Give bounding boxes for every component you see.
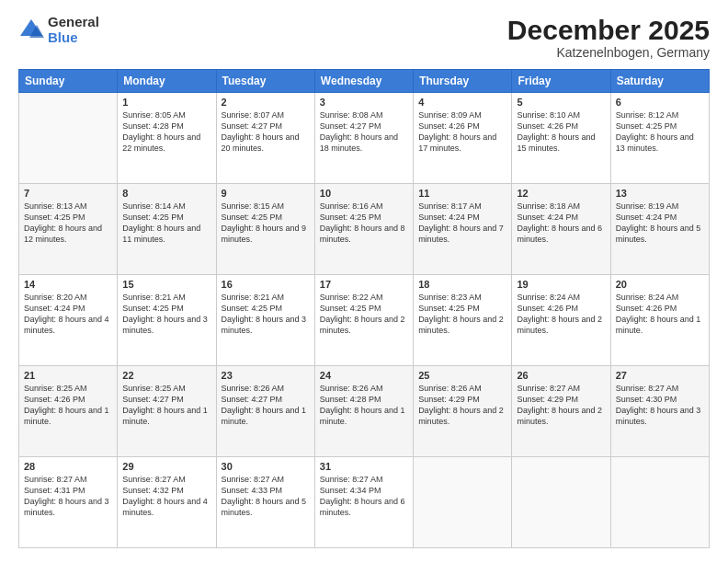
calendar-cell: 22Sunrise: 8:25 AMSunset: 4:27 PMDayligh… bbox=[118, 366, 216, 457]
day-number: 15 bbox=[122, 279, 210, 290]
calendar-cell: 16Sunrise: 8:21 AMSunset: 4:25 PMDayligh… bbox=[216, 275, 314, 366]
calendar-cell: 21Sunrise: 8:25 AMSunset: 4:26 PMDayligh… bbox=[19, 366, 118, 457]
day-info: Sunrise: 8:27 AMSunset: 4:29 PMDaylight:… bbox=[517, 383, 605, 428]
day-info: Sunrise: 8:15 AMSunset: 4:25 PMDaylight:… bbox=[222, 201, 310, 246]
day-number: 24 bbox=[320, 370, 408, 381]
logo-blue: Blue bbox=[48, 30, 99, 46]
day-number: 23 bbox=[222, 370, 310, 381]
day-number: 21 bbox=[24, 370, 112, 381]
calendar-cell: 23Sunrise: 8:26 AMSunset: 4:27 PMDayligh… bbox=[216, 366, 314, 457]
calendar-cell: 25Sunrise: 8:26 AMSunset: 4:29 PMDayligh… bbox=[414, 366, 512, 457]
calendar-cell: 30Sunrise: 8:27 AMSunset: 4:33 PMDayligh… bbox=[216, 457, 314, 548]
calendar-cell: 15Sunrise: 8:21 AMSunset: 4:25 PMDayligh… bbox=[118, 275, 216, 366]
day-info: Sunrise: 8:26 AMSunset: 4:28 PMDaylight:… bbox=[320, 383, 408, 428]
calendar-week-5: 28Sunrise: 8:27 AMSunset: 4:31 PMDayligh… bbox=[19, 457, 710, 548]
day-info: Sunrise: 8:27 AMSunset: 4:31 PMDaylight:… bbox=[24, 474, 112, 519]
day-number: 6 bbox=[616, 97, 704, 108]
day-number: 14 bbox=[24, 279, 112, 290]
calendar-cell: 14Sunrise: 8:20 AMSunset: 4:24 PMDayligh… bbox=[19, 275, 118, 366]
month-title: December 2025 bbox=[507, 15, 710, 45]
logo-icon bbox=[18, 17, 44, 43]
day-info: Sunrise: 8:26 AMSunset: 4:27 PMDaylight:… bbox=[222, 383, 310, 428]
title-section: December 2025 Katzenelnbogen, Germany bbox=[507, 15, 710, 60]
calendar-cell: 9Sunrise: 8:15 AMSunset: 4:25 PMDaylight… bbox=[216, 184, 314, 275]
calendar-cell: 3Sunrise: 8:08 AMSunset: 4:27 PMDaylight… bbox=[314, 93, 413, 184]
day-number: 10 bbox=[320, 188, 408, 199]
day-info: Sunrise: 8:10 AMSunset: 4:26 PMDaylight:… bbox=[517, 109, 605, 155]
day-number: 25 bbox=[418, 370, 506, 381]
day-number: 22 bbox=[122, 370, 210, 381]
day-info: Sunrise: 8:24 AMSunset: 4:26 PMDaylight:… bbox=[616, 292, 704, 337]
calendar-cell: 18Sunrise: 8:23 AMSunset: 4:25 PMDayligh… bbox=[414, 275, 512, 366]
calendar-cell: 4Sunrise: 8:09 AMSunset: 4:26 PMDaylight… bbox=[414, 93, 512, 184]
weekday-header-wednesday: Wednesday bbox=[314, 70, 413, 93]
calendar-cell bbox=[19, 93, 118, 184]
day-number: 30 bbox=[222, 461, 310, 472]
day-number: 4 bbox=[418, 97, 506, 108]
day-number: 17 bbox=[320, 279, 408, 290]
day-info: Sunrise: 8:19 AMSunset: 4:24 PMDaylight:… bbox=[616, 201, 704, 246]
logo-general: General bbox=[48, 15, 99, 30]
day-number: 20 bbox=[616, 279, 704, 290]
day-number: 29 bbox=[122, 461, 210, 472]
logo-text: General Blue bbox=[48, 15, 99, 45]
weekday-header-friday: Friday bbox=[512, 70, 610, 93]
header: General Blue December 2025 Katzenelnboge… bbox=[18, 15, 710, 60]
calendar-week-4: 21Sunrise: 8:25 AMSunset: 4:26 PMDayligh… bbox=[19, 366, 710, 457]
calendar-body: 1Sunrise: 8:05 AMSunset: 4:28 PMDaylight… bbox=[19, 93, 710, 548]
day-number: 31 bbox=[320, 461, 408, 472]
weekday-header-sunday: Sunday bbox=[19, 70, 118, 93]
calendar-cell: 19Sunrise: 8:24 AMSunset: 4:26 PMDayligh… bbox=[512, 275, 610, 366]
calendar-cell: 8Sunrise: 8:14 AMSunset: 4:25 PMDaylight… bbox=[118, 184, 216, 275]
day-info: Sunrise: 8:09 AMSunset: 4:26 PMDaylight:… bbox=[418, 109, 506, 155]
calendar-cell: 10Sunrise: 8:16 AMSunset: 4:25 PMDayligh… bbox=[314, 184, 413, 275]
calendar-week-2: 7Sunrise: 8:13 AMSunset: 4:25 PMDaylight… bbox=[19, 184, 710, 275]
calendar-cell: 17Sunrise: 8:22 AMSunset: 4:25 PMDayligh… bbox=[314, 275, 413, 366]
calendar-cell: 20Sunrise: 8:24 AMSunset: 4:26 PMDayligh… bbox=[610, 275, 709, 366]
day-info: Sunrise: 8:24 AMSunset: 4:26 PMDaylight:… bbox=[517, 292, 605, 337]
day-number: 3 bbox=[320, 97, 408, 108]
day-number: 11 bbox=[418, 188, 506, 199]
day-info: Sunrise: 8:26 AMSunset: 4:29 PMDaylight:… bbox=[418, 383, 506, 428]
calendar-cell: 31Sunrise: 8:27 AMSunset: 4:34 PMDayligh… bbox=[314, 457, 413, 548]
day-info: Sunrise: 8:08 AMSunset: 4:27 PMDaylight:… bbox=[320, 109, 408, 155]
day-info: Sunrise: 8:12 AMSunset: 4:25 PMDaylight:… bbox=[616, 109, 704, 155]
day-number: 8 bbox=[122, 188, 210, 199]
calendar-cell: 24Sunrise: 8:26 AMSunset: 4:28 PMDayligh… bbox=[314, 366, 413, 457]
day-info: Sunrise: 8:13 AMSunset: 4:25 PMDaylight:… bbox=[24, 201, 112, 246]
day-number: 2 bbox=[222, 97, 310, 108]
day-info: Sunrise: 8:25 AMSunset: 4:26 PMDaylight:… bbox=[24, 383, 112, 428]
weekday-header-tuesday: Tuesday bbox=[216, 70, 314, 93]
day-number: 1 bbox=[122, 97, 210, 108]
day-info: Sunrise: 8:05 AMSunset: 4:28 PMDaylight:… bbox=[122, 109, 210, 155]
day-info: Sunrise: 8:14 AMSunset: 4:25 PMDaylight:… bbox=[122, 201, 210, 246]
day-info: Sunrise: 8:20 AMSunset: 4:24 PMDaylight:… bbox=[24, 292, 112, 337]
weekday-header-saturday: Saturday bbox=[610, 70, 709, 93]
calendar-cell bbox=[414, 457, 512, 548]
day-number: 28 bbox=[24, 461, 112, 472]
weekday-header-thursday: Thursday bbox=[414, 70, 512, 93]
day-number: 9 bbox=[222, 188, 310, 199]
day-info: Sunrise: 8:21 AMSunset: 4:25 PMDaylight:… bbox=[122, 292, 210, 337]
day-number: 18 bbox=[418, 279, 506, 290]
day-info: Sunrise: 8:16 AMSunset: 4:25 PMDaylight:… bbox=[320, 201, 408, 246]
day-info: Sunrise: 8:17 AMSunset: 4:24 PMDaylight:… bbox=[418, 201, 506, 246]
location-title: Katzenelnbogen, Germany bbox=[507, 45, 710, 60]
calendar-cell: 13Sunrise: 8:19 AMSunset: 4:24 PMDayligh… bbox=[610, 184, 709, 275]
day-info: Sunrise: 8:07 AMSunset: 4:27 PMDaylight:… bbox=[222, 109, 310, 155]
calendar-cell: 2Sunrise: 8:07 AMSunset: 4:27 PMDaylight… bbox=[216, 93, 314, 184]
day-number: 7 bbox=[24, 188, 112, 199]
day-number: 5 bbox=[517, 97, 605, 108]
calendar-cell: 26Sunrise: 8:27 AMSunset: 4:29 PMDayligh… bbox=[512, 366, 610, 457]
day-info: Sunrise: 8:27 AMSunset: 4:34 PMDaylight:… bbox=[320, 474, 408, 519]
calendar-week-3: 14Sunrise: 8:20 AMSunset: 4:24 PMDayligh… bbox=[19, 275, 710, 366]
day-number: 19 bbox=[517, 279, 605, 290]
day-number: 12 bbox=[517, 188, 605, 199]
calendar-table: SundayMondayTuesdayWednesdayThursdayFrid… bbox=[18, 69, 710, 548]
calendar-cell: 12Sunrise: 8:18 AMSunset: 4:24 PMDayligh… bbox=[512, 184, 610, 275]
calendar-cell: 6Sunrise: 8:12 AMSunset: 4:25 PMDaylight… bbox=[610, 93, 709, 184]
calendar-cell: 11Sunrise: 8:17 AMSunset: 4:24 PMDayligh… bbox=[414, 184, 512, 275]
day-info: Sunrise: 8:27 AMSunset: 4:32 PMDaylight:… bbox=[122, 474, 210, 519]
calendar-cell: 1Sunrise: 8:05 AMSunset: 4:28 PMDaylight… bbox=[118, 93, 216, 184]
day-info: Sunrise: 8:27 AMSunset: 4:33 PMDaylight:… bbox=[222, 474, 310, 519]
